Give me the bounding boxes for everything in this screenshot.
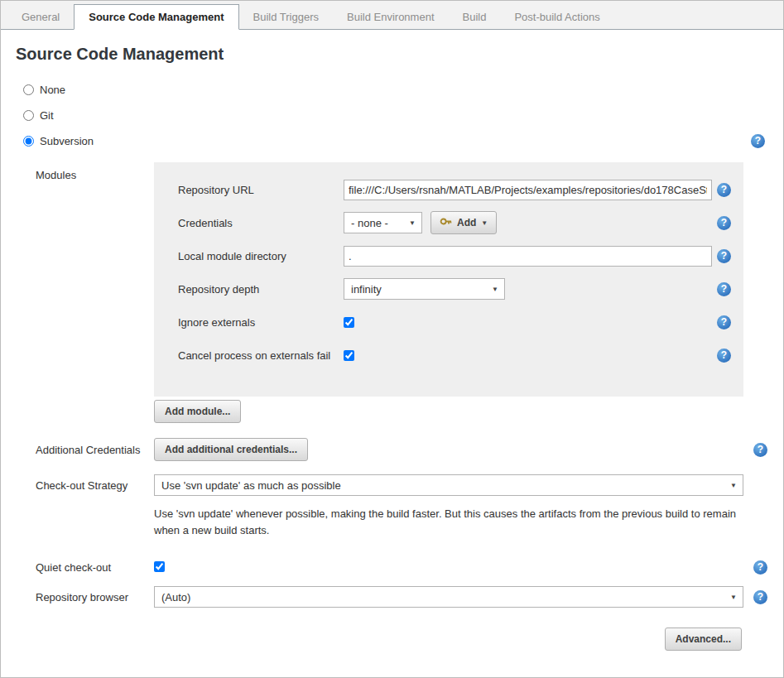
checkout-strategy-description: Use 'svn update' whenever possible, maki…: [154, 506, 743, 539]
chevron-down-icon: ▼: [722, 482, 737, 489]
repository-url-input[interactable]: [344, 180, 712, 200]
tab-build[interactable]: Build: [449, 5, 501, 29]
chevron-down-icon: ▼: [483, 286, 498, 293]
chevron-down-icon: ▼: [481, 219, 488, 227]
jenkins-config-page: General Source Code Management Build Tri…: [0, 0, 784, 678]
modules-section-label: Modules: [36, 162, 154, 423]
scm-option-subversion: Subversion ?: [23, 128, 783, 154]
repository-browser-label: Repository browser: [36, 591, 154, 603]
add-credentials-button[interactable]: Add ▼: [430, 211, 497, 234]
scm-radio-subversion[interactable]: [23, 136, 34, 147]
local-module-directory-row: Local module directory ?: [154, 239, 743, 272]
module-config-box: Repository URL ? Credentials - none - ▼: [154, 162, 743, 397]
help-icon[interactable]: ?: [717, 216, 731, 230]
repository-depth-label: Repository depth: [178, 283, 344, 296]
advanced-button[interactable]: Advanced...: [665, 628, 742, 651]
local-module-directory-input[interactable]: [344, 246, 712, 267]
quiet-checkout-checkbox[interactable]: [154, 561, 165, 572]
repository-browser-row: Repository browser (Auto) ▼ ?: [1, 586, 783, 608]
checkout-strategy-select[interactable]: Use 'svn update' as much as possible ▼: [154, 474, 743, 496]
scm-radio-git[interactable]: [23, 110, 34, 121]
config-tabbar: General Source Code Management Build Tri…: [1, 1, 783, 30]
tab-post-build-actions[interactable]: Post-build Actions: [500, 5, 613, 29]
help-icon[interactable]: ?: [717, 315, 731, 329]
repository-depth-row: Repository depth infinity ▼ ?: [154, 272, 743, 305]
checkout-strategy-label: Check-out Strategy: [36, 474, 154, 539]
help-icon[interactable]: ?: [717, 349, 731, 363]
local-module-directory-label: Local module directory: [178, 250, 344, 262]
tab-build-triggers[interactable]: Build Triggers: [239, 5, 333, 29]
add-additional-credentials-button[interactable]: Add additional credentials...: [154, 438, 308, 461]
advanced-row: Advanced...: [1, 628, 783, 651]
repository-depth-selected-value: infinity: [351, 283, 382, 296]
scm-option-subversion-label: Subversion: [40, 135, 94, 147]
help-icon[interactable]: ?: [717, 282, 731, 296]
ignore-externals-checkbox[interactable]: [344, 317, 354, 328]
cancel-process-row: Cancel process on externals fail ?: [154, 339, 743, 372]
scm-section: Source Code Management None Git Subversi…: [1, 45, 783, 672]
chevron-down-icon: ▼: [722, 594, 737, 601]
help-icon[interactable]: ?: [717, 249, 731, 263]
help-icon[interactable]: ?: [753, 560, 767, 575]
checkout-strategy-selected-value: Use 'svn update' as much as possible: [161, 479, 341, 492]
checkout-strategy-row: Check-out Strategy Use 'svn update' as m…: [1, 474, 783, 539]
help-icon[interactable]: ?: [717, 183, 731, 197]
key-icon: [440, 215, 452, 230]
credentials-row: Credentials - none - ▼ Add: [154, 206, 743, 239]
credentials-select[interactable]: - none - ▼: [344, 212, 422, 233]
quiet-checkout-row: Quiet check-out ?: [1, 560, 783, 575]
help-icon[interactable]: ?: [753, 443, 767, 457]
modules-row: Modules Repository URL ? Credentials: [1, 162, 783, 423]
add-module-button[interactable]: Add module...: [154, 400, 241, 423]
tab-build-environment[interactable]: Build Environment: [333, 5, 449, 29]
additional-credentials-label: Additional Credentials: [36, 444, 154, 456]
ignore-externals-label: Ignore externals: [178, 316, 344, 329]
scm-radio-group: None Git Subversion ?: [23, 77, 783, 154]
credentials-label: Credentials: [178, 217, 344, 229]
ignore-externals-row: Ignore externals ?: [154, 305, 743, 339]
help-icon[interactable]: ?: [751, 134, 765, 148]
scm-option-none: None: [23, 77, 783, 103]
help-icon[interactable]: ?: [753, 590, 767, 604]
repository-browser-selected-value: (Auto): [161, 591, 190, 603]
scm-option-none-label: None: [40, 84, 65, 96]
scm-radio-none[interactable]: [23, 84, 34, 95]
chevron-down-icon: ▼: [401, 219, 416, 227]
credentials-selected-value: - none -: [351, 217, 388, 229]
page-title: Source Code Management: [16, 45, 783, 64]
additional-credentials-row: Additional Credentials Add additional cr…: [1, 438, 783, 461]
repository-browser-select[interactable]: (Auto) ▼: [154, 586, 743, 608]
tab-source-code-management[interactable]: Source Code Management: [74, 4, 238, 30]
add-credentials-button-label: Add: [457, 217, 476, 228]
repository-url-label: Repository URL: [178, 184, 344, 196]
cancel-process-checkbox[interactable]: [344, 350, 354, 361]
scm-option-git-label: Git: [40, 109, 54, 122]
cancel-process-label: Cancel process on externals fail: [178, 349, 344, 362]
scm-option-git: Git: [23, 103, 783, 128]
repository-url-row: Repository URL ?: [154, 173, 743, 206]
repository-depth-select[interactable]: infinity ▼: [344, 278, 505, 300]
tab-general[interactable]: General: [7, 5, 74, 29]
quiet-checkout-label: Quiet check-out: [36, 561, 154, 574]
